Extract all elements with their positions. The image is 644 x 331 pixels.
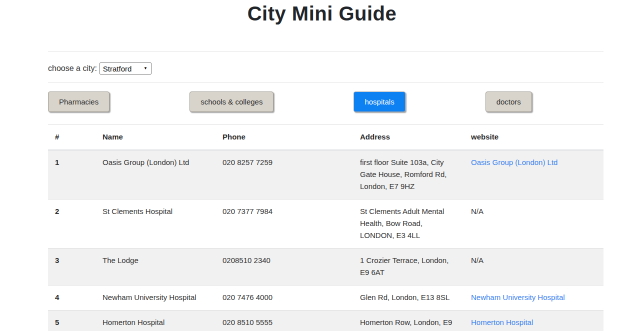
address-cell: Glen Rd, London, E13 8SL xyxy=(353,286,464,310)
table-row: 3The Lodge0208510 23401 Crozier Terrace,… xyxy=(48,248,604,286)
website-cell: Newham University Hospital xyxy=(464,286,604,310)
schools-colleges-button[interactable]: schools & colleges xyxy=(190,92,274,112)
table-row: 4Newham University Hospital020 7476 4000… xyxy=(48,286,604,310)
phone-cell: 020 8257 7259 xyxy=(216,150,353,200)
divider xyxy=(48,82,604,82)
website-cell: N/A xyxy=(464,200,604,248)
hospitals-table: # Name Phone Address website 1Oasis Grou… xyxy=(48,124,604,331)
chevron-down-icon: ▼ xyxy=(144,66,148,70)
doctors-button[interactable]: doctors xyxy=(486,92,532,112)
name-cell: Newham University Hospital xyxy=(96,286,216,310)
website-cell: Homerton Hospital xyxy=(464,310,604,331)
pharmacies-button[interactable]: Pharmacies xyxy=(48,92,110,112)
phone-cell: 020 7476 4000 xyxy=(216,286,353,310)
header-address: Address xyxy=(353,125,464,150)
row-number-cell: 2 xyxy=(48,200,96,248)
address-cell: St Clements Adult Mental Health, Bow Roa… xyxy=(353,200,464,248)
website-link[interactable]: Oasis Group (London) Ltd xyxy=(471,158,558,166)
header-website: website xyxy=(464,125,604,150)
category-button-row: Pharmacies schools & colleges hospitals … xyxy=(48,92,604,112)
city-select[interactable]: Stratford ▼ xyxy=(100,62,152,74)
header-number: # xyxy=(48,125,96,150)
city-selector-row: choose a city: Stratford ▼ xyxy=(48,62,604,75)
name-cell: Homerton Hospital xyxy=(96,310,216,331)
table-row: 5Homerton Hospital020 8510 5555Homerton … xyxy=(48,310,604,331)
page-title: City Mini Guide xyxy=(0,0,644,25)
city-select-value: Stratford xyxy=(103,64,132,73)
header-phone: Phone xyxy=(216,125,353,150)
row-number-cell: 5 xyxy=(48,310,96,331)
row-number-cell: 1 xyxy=(48,150,96,200)
address-cell: first floor Suite 103a, City Gate House,… xyxy=(353,150,464,200)
table-row: 2St Clements Hospital020 7377 7984St Cle… xyxy=(48,200,604,248)
name-cell: Oasis Group (London) Ltd xyxy=(96,150,216,200)
name-cell: St Clements Hospital xyxy=(96,200,216,248)
website-cell: N/A xyxy=(464,248,604,286)
website-link[interactable]: Homerton Hospital xyxy=(471,318,533,326)
row-number-cell: 4 xyxy=(48,286,96,310)
row-number-cell: 3 xyxy=(48,248,96,286)
table-row: 1Oasis Group (London) Ltd020 8257 7259fi… xyxy=(48,150,604,200)
name-cell: The Lodge xyxy=(96,248,216,286)
city-select-label: choose a city: xyxy=(48,64,97,73)
phone-cell: 020 8510 5555 xyxy=(216,310,353,331)
hospitals-button[interactable]: hospitals xyxy=(354,92,405,112)
address-cell: Homerton Row, London, E9 6SR xyxy=(353,310,464,331)
divider xyxy=(48,52,604,52)
hospitals-table-body: 1Oasis Group (London) Ltd020 8257 7259fi… xyxy=(48,150,604,331)
website-link[interactable]: Newham University Hospital xyxy=(471,293,565,302)
phone-cell: 020 7377 7984 xyxy=(216,200,353,248)
table-header-row: # Name Phone Address website xyxy=(48,125,604,150)
website-cell: Oasis Group (London) Ltd xyxy=(464,150,604,200)
header-name: Name xyxy=(96,125,216,150)
address-cell: 1 Crozier Terrace, London, E9 6AT xyxy=(353,248,464,286)
phone-cell: 0208510 2340 xyxy=(216,248,353,286)
